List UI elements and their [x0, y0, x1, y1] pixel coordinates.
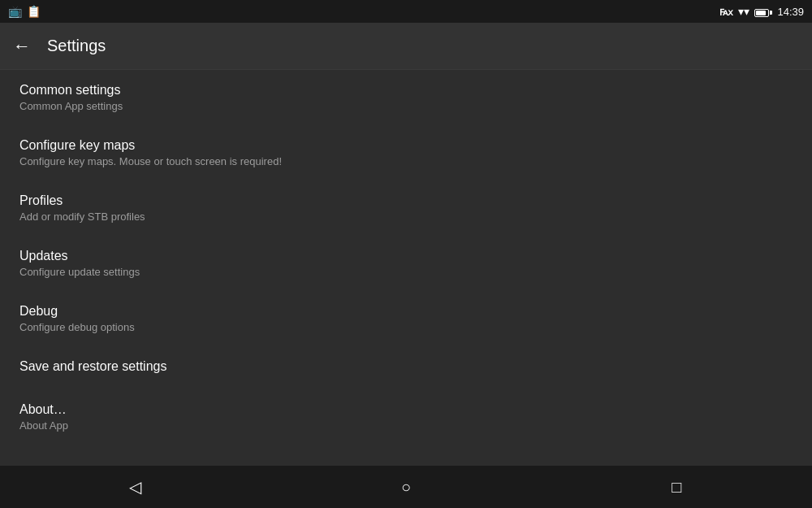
settings-item-profiles[interactable]: Profiles Add or modify STB profiles	[0, 180, 812, 236]
app-icon-1: 📺	[8, 5, 22, 18]
status-time: 14:39	[777, 6, 804, 18]
settings-item-title-common-settings: Common settings	[19, 83, 793, 98]
settings-item-title-profiles: Profiles	[19, 193, 793, 208]
status-bar-right: ℻ ▾▾ 14:39	[719, 5, 804, 18]
settings-item-title-updates: Updates	[19, 249, 793, 263]
settings-item-subtitle-debug: Configure debug options	[19, 321, 793, 333]
back-button[interactable]: ←	[13, 36, 31, 57]
bluetooth-icon: ℻	[719, 5, 733, 18]
app-icon-2: 📋	[27, 5, 41, 18]
settings-item-title-save-restore: Save and restore settings	[19, 359, 793, 374]
settings-item-save-restore[interactable]: Save and restore settings	[0, 346, 812, 389]
app-bar-title: Settings	[47, 37, 106, 55]
settings-item-subtitle-configure-key-maps: Configure key maps. Mouse or touch scree…	[19, 155, 793, 167]
settings-item-subtitle-common-settings: Common App settings	[19, 100, 793, 112]
status-bar: 📺 📋 ℻ ▾▾ 14:39	[0, 0, 812, 23]
settings-item-updates[interactable]: Updates Configure update settings	[0, 236, 812, 291]
battery-icon	[754, 6, 772, 18]
settings-item-subtitle-profiles: Add or modify STB profiles	[19, 211, 793, 223]
nav-bar: ◁ ○ □	[0, 466, 812, 508]
settings-item-title-about: About…	[19, 402, 793, 417]
settings-item-subtitle-about: About App	[19, 419, 793, 432]
wifi-icon: ▾▾	[738, 5, 749, 18]
settings-item-title-configure-key-maps: Configure key maps	[19, 138, 793, 153]
settings-content: Common settings Common App settings Conf…	[0, 70, 812, 466]
nav-home-button[interactable]: ○	[390, 471, 422, 503]
nav-recent-button[interactable]: □	[660, 471, 693, 503]
settings-item-subtitle-updates: Configure update settings	[19, 266, 793, 278]
settings-item-about[interactable]: About… About App	[0, 389, 812, 445]
settings-item-debug[interactable]: Debug Configure debug options	[0, 291, 812, 346]
nav-back-button[interactable]: ◁	[119, 471, 152, 503]
app-bar: ← Settings	[0, 23, 812, 70]
settings-item-title-debug: Debug	[19, 304, 793, 319]
settings-item-common-settings[interactable]: Common settings Common App settings	[0, 70, 812, 125]
status-bar-left: 📺 📋	[8, 5, 41, 18]
settings-item-configure-key-maps[interactable]: Configure key maps Configure key maps. M…	[0, 125, 812, 180]
